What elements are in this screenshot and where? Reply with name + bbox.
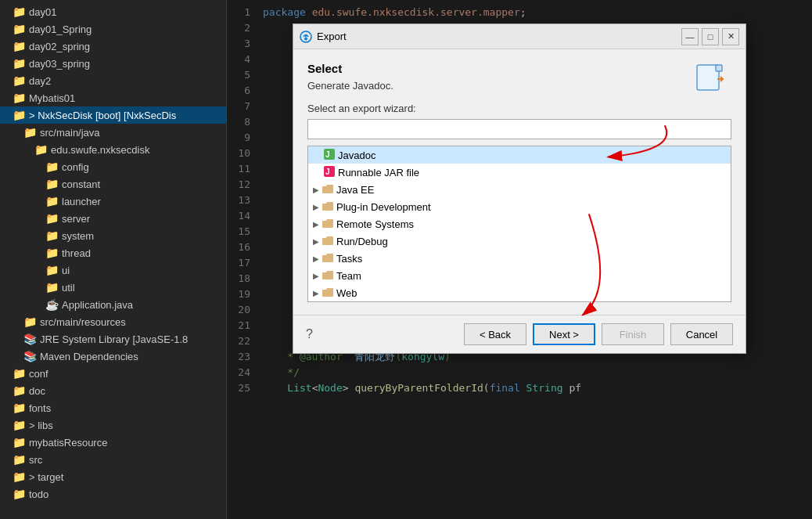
- sidebar-item[interactable]: 📚JRE System Library [JavaSE-1.8: [0, 330, 226, 348]
- sidebar-item-label: server: [62, 213, 90, 225]
- file-icon: 📁: [45, 178, 59, 190]
- jar-icon: J: [324, 166, 335, 179]
- file-icon: 📁: [45, 195, 59, 207]
- sidebar-item[interactable]: 📁server: [0, 210, 226, 227]
- chevron-right-icon: ▶: [313, 289, 319, 297]
- sidebar-item[interactable]: 📁day02_spring: [0, 38, 226, 55]
- tree-item-remote-systems[interactable]: ▶ Remote Systems: [308, 215, 731, 232]
- sidebar-item[interactable]: 📁> NxkSecDisk [boot] [NxkSecDis: [0, 106, 226, 124]
- dialog-close-button[interactable]: ✕: [722, 28, 739, 45]
- tree-item-label: Plug-in Development: [336, 201, 431, 213]
- dialog-titlebar: Export ― □ ✕: [293, 24, 746, 49]
- tree-item-runnable-jar[interactable]: J Runnable JAR file: [308, 164, 731, 181]
- file-icon: 📁: [13, 402, 26, 414]
- sidebar-item-label: src/main/java: [40, 127, 100, 139]
- sidebar-item[interactable]: 📁constant: [0, 175, 226, 193]
- dialog-window-controls: ― □ ✕: [681, 28, 739, 45]
- help-icon[interactable]: ?: [306, 327, 313, 341]
- sidebar-item[interactable]: 📁src/main/java: [0, 124, 226, 141]
- chevron-right-icon: ▶: [313, 220, 319, 229]
- tree-item-java-ee[interactable]: ▶ Java EE: [308, 181, 731, 198]
- dialog-footer: ? < Back Next > Finish Cancel: [293, 315, 746, 353]
- sidebar-item-label: ui: [62, 265, 70, 276]
- dialog-subsection-label: Select an export wizard:: [307, 103, 731, 114]
- sidebar-item[interactable]: 📚Maven Dependencies: [0, 348, 226, 365]
- sidebar-item[interactable]: 📁src: [0, 451, 226, 468]
- sidebar-item-label: thread: [62, 247, 91, 259]
- export-title-icon: [300, 31, 312, 43]
- sidebar-item-label: JRE System Library [JavaSE-1.8: [40, 333, 188, 345]
- file-icon: 📁: [23, 315, 37, 328]
- back-button[interactable]: < Back: [464, 323, 526, 345]
- wizard-tree: J Javadoc J Runnable JAR file ▶: [307, 146, 731, 302]
- sidebar-item[interactable]: 📁config: [0, 158, 226, 175]
- file-icon: 📁: [45, 247, 59, 259]
- file-icon: 📁: [13, 453, 26, 466]
- tree-item-team[interactable]: ▶ Team: [308, 267, 731, 284]
- sidebar-item-label: todo: [29, 488, 49, 500]
- file-icon: 📚: [23, 350, 37, 362]
- svg-rect-2: [716, 65, 722, 71]
- sidebar-item[interactable]: 📁day01_Spring: [0, 20, 226, 38]
- file-icon: 📁: [45, 229, 59, 242]
- svg-text:J: J: [325, 150, 330, 159]
- file-icon: 📁: [13, 436, 26, 449]
- tree-item-web[interactable]: ▶ Web: [308, 284, 731, 301]
- sidebar-item[interactable]: 📁Mybatis01: [0, 89, 226, 106]
- sidebar-item[interactable]: 📁system: [0, 227, 226, 244]
- sidebar-item[interactable]: 📁thread: [0, 244, 226, 261]
- sidebar-item-label: system: [62, 230, 94, 242]
- sidebar-item[interactable]: ☕Application.java: [0, 296, 226, 313]
- chevron-right-icon: ▶: [313, 272, 319, 280]
- tree-item-javadoc[interactable]: J Javadoc: [308, 146, 731, 164]
- sidebar-item[interactable]: 📁src/main/resources: [0, 313, 226, 330]
- file-icon: 📁: [34, 143, 48, 156]
- sidebar-item[interactable]: 📁fonts: [0, 399, 226, 416]
- tree-item-tasks[interactable]: ▶ Tasks: [308, 250, 731, 267]
- sidebar-item[interactable]: 📁doc: [0, 382, 226, 399]
- main-editor-area: 1 package edu.swufe.nxksecdisk.server.ma…: [227, 0, 812, 519]
- file-icon: 📁: [13, 57, 26, 70]
- sidebar-item-label: config: [62, 161, 89, 173]
- javadoc-icon: J: [324, 149, 335, 162]
- finish-button[interactable]: Finish: [602, 323, 664, 345]
- folder-icon: [322, 253, 333, 265]
- cancel-button[interactable]: Cancel: [670, 323, 733, 345]
- sidebar-item[interactable]: 📁ui: [0, 261, 226, 279]
- sidebar-item[interactable]: 📁todo: [0, 485, 226, 503]
- next-button[interactable]: Next >: [533, 323, 595, 345]
- sidebar-item[interactable]: 📁day03_spring: [0, 55, 226, 72]
- sidebar-item[interactable]: 📁mybatisResource: [0, 434, 226, 451]
- tree-item-plugin-dev[interactable]: ▶ Plug-in Development: [308, 198, 731, 215]
- chevron-right-icon: ▶: [313, 203, 319, 211]
- file-icon: 📁: [13, 5, 26, 18]
- wizard-search-input[interactable]: [307, 119, 731, 139]
- folder-icon: [322, 184, 333, 196]
- sidebar-item-label: > libs: [29, 420, 53, 431]
- file-icon: 📁: [45, 212, 59, 225]
- tree-item-label: Java EE: [336, 184, 374, 196]
- sidebar-item[interactable]: 📁day01: [0, 3, 226, 20]
- sidebar-item[interactable]: 📁day2: [0, 72, 226, 89]
- sidebar-item-label: day01: [29, 6, 56, 18]
- sidebar-item[interactable]: 📁> target: [0, 468, 226, 485]
- tree-item-run-debug[interactable]: ▶ Run/Debug: [308, 232, 731, 250]
- sidebar-item[interactable]: 📁util: [0, 279, 226, 296]
- file-icon: 📁: [13, 92, 26, 104]
- dialog-maximize-button[interactable]: □: [702, 28, 719, 45]
- sidebar-item[interactable]: 📁conf: [0, 365, 226, 382]
- sidebar-item-label: edu.swufe.nxksecdisk: [51, 144, 149, 156]
- folder-icon: [322, 287, 333, 299]
- sidebar-item-label: src: [29, 454, 42, 466]
- dialog-minimize-button[interactable]: ―: [681, 28, 699, 45]
- file-icon: 📁: [45, 281, 59, 294]
- sidebar-item-label: launcher: [62, 196, 101, 207]
- sidebar-item[interactable]: 📁launcher: [0, 193, 226, 210]
- sidebar-item-label: Maven Dependencies: [40, 351, 138, 362]
- tree-item-label: Runnable JAR file: [338, 167, 419, 178]
- sidebar-item[interactable]: 📁edu.swufe.nxksecdisk: [0, 141, 226, 158]
- folder-icon: [322, 218, 333, 230]
- chevron-right-icon: ▶: [313, 254, 319, 263]
- sidebar-item-label: doc: [29, 385, 45, 397]
- sidebar-item[interactable]: 📁> libs: [0, 416, 226, 434]
